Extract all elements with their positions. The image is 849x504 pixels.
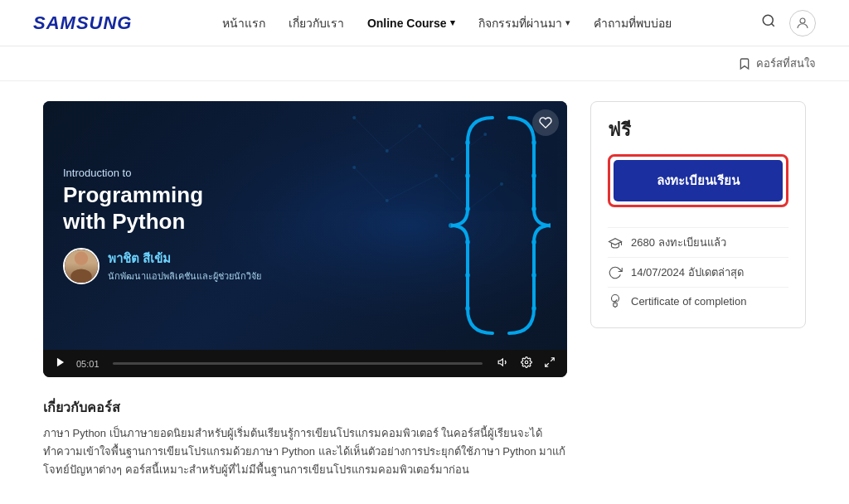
search-button[interactable] [761,13,776,32]
nav-about[interactable]: เกี่ยวกับเรา [289,14,344,32]
nav-links: หน้าแรก เกี่ยวกับเรา Online Course ▾ กิจ… [222,14,672,32]
svg-point-2 [800,18,805,23]
nav-faq[interactable]: คำถามที่พบบ่อย [594,14,672,32]
about-title: เกี่ยวกับคอร์ส [43,397,567,418]
video-overlay-content: Introduction to Programming with Python [43,101,567,350]
heart-icon [539,116,552,129]
video-thumbnail: Introduction to Programming with Python [43,101,567,350]
instructor-title: นักพัฒนาแอปพลิเคชันและผู้ช่วยนักวิจัย [108,269,261,284]
bookmark-button[interactable]: คอร์สที่สนใจ [738,55,816,72]
enroll-button-wrapper: ลงทะเบียนเรียน [608,154,788,207]
fullscreen-button[interactable] [542,355,557,372]
video-control-icons [496,355,557,372]
refresh-icon [608,265,623,280]
meta-update-date: 14/07/2024 อัปเดตล่าสุด [608,257,788,287]
play-button[interactable] [53,355,68,372]
person-silhouette [65,248,98,283]
brand-logo[interactable]: SAMSUNG [33,12,132,34]
svg-point-37 [70,269,91,283]
price-label: ฟรี [608,115,788,144]
price-section: ฟรี ลงทะเบียนเรียน [591,102,805,207]
svg-line-1 [771,23,774,26]
svg-marker-39 [498,359,502,366]
svg-point-36 [75,251,88,264]
video-section: Introduction to Programming with Python [43,101,567,479]
svg-line-42 [546,363,549,366]
intro-text: Introduction to [63,167,547,179]
svg-point-40 [525,361,528,364]
about-section: เกี่ยวกับคอร์ส ภาษา Python เป็นภาษายอดนิ… [43,397,567,479]
bookmark-bar: คอร์สที่สนใจ [0,46,849,81]
volume-icon [497,356,509,368]
bookmark-icon [738,57,751,70]
volume-button[interactable] [496,355,511,372]
meta-certificate: Certificate of completion [608,287,788,314]
avatar-image [65,250,98,283]
chevron-down-icon: ▾ [450,17,455,28]
course-meta: 2680 ลงทะเบียนแล้ว 14/07/2024 อัปเดตล่าส… [591,219,805,327]
user-icon [795,16,810,31]
nav-activities[interactable]: กิจกรรมที่ผ่านมา ▾ [478,14,570,32]
instructor-info: พาชิต สีเข้ม นักพัฒนาแอปพลิเคชันและผู้ช่… [108,249,261,284]
chevron-down-icon: ▾ [565,17,570,28]
search-icon [761,13,776,28]
play-icon [55,356,66,368]
video-wrapper: Introduction to Programming with Python [43,101,567,377]
navbar: SAMSUNG หน้าแรก เกี่ยวกับเรา Online Cour… [0,0,849,46]
settings-button[interactable] [519,355,534,372]
instructor-avatar [63,248,99,284]
about-text: ภาษา Python เป็นภาษายอดนิยมสำหรับผู้เริ่… [43,424,567,479]
enroll-button[interactable]: ลงทะเบียนเรียน [614,160,783,201]
video-text: Introduction to Programming with Python [63,167,547,284]
gear-icon [521,356,532,368]
video-controls: 05:01 [43,350,567,377]
fullscreen-icon [544,356,555,368]
meta-registrations: 2680 ลงทะเบียนแล้ว [608,227,788,257]
svg-line-41 [551,358,554,361]
graduation-icon [608,235,623,250]
sidebar-card: ฟรี ลงทะเบียนเรียน 2680 ลงทะเบียนแล้ว 14… [590,101,806,328]
nav-course[interactable]: Online Course ▾ [367,17,455,30]
instructor-name: พาชิต สีเข้ม [108,249,261,269]
instructor-row: พาชิต สีเข้ม นักพัฒนาแอปพลิเคชันและผู้ช่… [63,248,547,284]
progress-bar[interactable] [113,362,483,365]
svg-point-0 [763,15,773,25]
certificate-icon [608,293,623,308]
svg-marker-38 [57,358,64,367]
user-avatar[interactable] [789,10,816,36]
video-main-title: Programming with Python [63,182,547,234]
main-content: Introduction to Programming with Python [27,81,822,499]
video-time: 05:01 [76,359,99,369]
favorite-button[interactable] [532,109,559,136]
nav-icons [761,10,816,36]
nav-home[interactable]: หน้าแรก [222,14,265,32]
